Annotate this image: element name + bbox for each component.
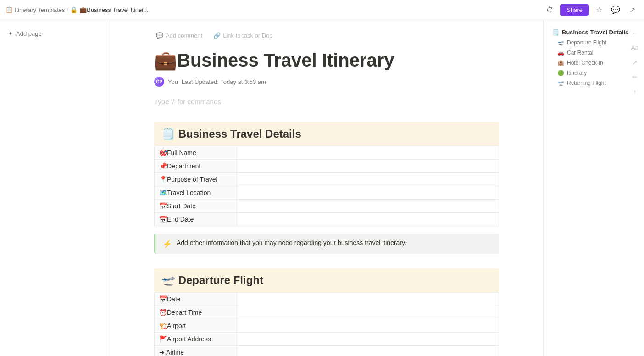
section-business-travel-details: 🗒️ Business Travel Details xyxy=(154,122,499,146)
content-area: 💬 Add comment 🔗 Link to task or Doc 💼Bus… xyxy=(110,20,543,356)
field-label: 🏗️Airport xyxy=(155,319,237,333)
outline-item-returning-flight[interactable]: 🛫 Returning Flight xyxy=(549,78,638,88)
field-label: 📅End Date xyxy=(155,213,237,226)
table-row: 📌Department xyxy=(155,160,499,173)
outline-icon: 🟢 xyxy=(557,70,564,76)
outline-icon: 🛫 xyxy=(557,80,564,86)
breadcrumb-current[interactable]: 🔒 💼Business Travel Itiner... xyxy=(70,6,148,13)
field-value[interactable] xyxy=(237,173,499,186)
author-label: You xyxy=(168,78,178,85)
field-label: 🗺️Travel Location xyxy=(155,186,237,200)
table-row: 🏗️Airport xyxy=(155,319,499,333)
link-icon: 🔗 xyxy=(213,32,221,39)
share-button[interactable]: Share xyxy=(560,4,589,16)
callout-icon: ⚡ xyxy=(163,239,172,248)
breadcrumb-lock-icon: 🔒 xyxy=(70,6,78,13)
action-bar: 💬 Add comment 🔗 Link to task or Doc xyxy=(154,31,499,40)
business-travel-table: 🎯Full Name 📌Department 📍Purpose of Trave… xyxy=(154,146,499,226)
field-value[interactable] xyxy=(237,293,499,306)
field-value[interactable] xyxy=(237,146,499,160)
add-page-icon: ＋ xyxy=(7,29,13,38)
field-label: 🚩Airport Address xyxy=(155,333,237,346)
field-value[interactable] xyxy=(237,186,499,200)
edit-btn[interactable]: ✏ xyxy=(629,72,640,83)
meta-row: CP You Last Updated: Today at 3:53 am xyxy=(154,77,499,87)
placeholder-text[interactable]: Type '/' for commands xyxy=(154,96,499,107)
topbar-actions: ⏱ Share ☆ 💬 ↗ xyxy=(544,4,638,17)
outline-item-car-rental[interactable]: 🚗 Car Rental xyxy=(549,48,638,57)
field-value[interactable] xyxy=(237,319,499,333)
section-departure-flight: 🛫 Departure Flight xyxy=(154,268,499,292)
breadcrumb-separator: / xyxy=(67,6,69,13)
font-size-btn[interactable]: Aa xyxy=(629,42,640,53)
outline-item-business-travel-details[interactable]: 🗒️ Business Travel Details xyxy=(549,28,638,37)
breadcrumb-root-icon: 📋 xyxy=(6,6,13,13)
breadcrumb: 📋 Itinerary Templates / 🔒 💼Business Trav… xyxy=(6,6,542,13)
table-row: 🎯Full Name xyxy=(155,146,499,160)
callout-block: ⚡ Add other information that you may nee… xyxy=(154,234,499,254)
outline-item-itinerary[interactable]: 🟢 Itinerary xyxy=(549,68,638,78)
right-sidebar-actions: ← Aa ↗ ✏ ↑ xyxy=(629,28,640,97)
add-page-button[interactable]: ＋ Add page xyxy=(4,28,106,39)
add-comment-button[interactable]: 💬 Add comment xyxy=(154,31,204,40)
add-comment-icon: 💬 xyxy=(156,32,163,39)
collapse-sidebar-btn[interactable]: ← xyxy=(629,28,640,39)
field-label: ⏰Depart Time xyxy=(155,306,237,319)
topbar: 📋 Itinerary Templates / 🔒 💼Business Trav… xyxy=(0,0,644,20)
page-title: 💼Business Travel Itinerary xyxy=(154,49,499,71)
link-to-task-button[interactable]: 🔗 Link to task or Doc xyxy=(211,31,274,40)
add-page-label: Add page xyxy=(16,30,42,37)
last-updated: Last Updated: Today at 3:53 am xyxy=(182,78,266,85)
main-layout: ＋ Add page 💬 Add comment 🔗 Link to task … xyxy=(0,20,644,356)
table-row: 📅End Date xyxy=(155,213,499,226)
callout-text: Add other information that you may need … xyxy=(177,239,406,246)
breadcrumb-root[interactable]: 📋 Itinerary Templates xyxy=(6,6,65,13)
departure-flight-table: 📅Date ⏰Depart Time 🏗️Airport 🚩Airport Ad… xyxy=(154,292,499,356)
field-value[interactable] xyxy=(237,213,499,226)
field-label: 📍Purpose of Travel xyxy=(155,173,237,186)
field-value[interactable] xyxy=(237,346,499,356)
field-value[interactable] xyxy=(237,306,499,319)
export-icon-btn[interactable]: ↗ xyxy=(626,4,638,17)
outline-item-departure-flight[interactable]: 🛫 Departure Flight xyxy=(549,38,638,47)
left-sidebar: ＋ Add page xyxy=(0,20,110,356)
field-label: 📌Department xyxy=(155,160,237,173)
outline-icon: 🗒️ xyxy=(552,29,559,36)
export-sidebar-btn[interactable]: ↑ xyxy=(629,86,640,97)
table-row: 🚩Airport Address xyxy=(155,333,499,346)
field-label: ➜ Airline xyxy=(155,346,237,356)
field-value[interactable] xyxy=(237,200,499,213)
field-label: 📅Date xyxy=(155,293,237,306)
right-sidebar: 🗒️ Business Travel Details 🛫 Departure F… xyxy=(543,20,644,356)
table-row: 📅Start Date xyxy=(155,200,499,213)
avatar: CP xyxy=(154,77,164,87)
timer-icon-btn[interactable]: ⏱ xyxy=(544,4,556,17)
field-label: 🎯Full Name xyxy=(155,146,237,160)
outline-icon: 🛫 xyxy=(557,39,564,46)
field-label: 📅Start Date xyxy=(155,200,237,213)
field-value[interactable] xyxy=(237,333,499,346)
share-sidebar-btn[interactable]: ↗ xyxy=(629,57,640,68)
table-row: 📅Date xyxy=(155,293,499,306)
field-value[interactable] xyxy=(237,160,499,173)
table-row: 🗺️Travel Location xyxy=(155,186,499,200)
outline-icon: 🏨 xyxy=(557,60,564,66)
comment-icon-btn[interactable]: 💬 xyxy=(609,4,622,17)
favorite-icon-btn[interactable]: ☆ xyxy=(593,4,605,17)
table-row: ⏰Depart Time xyxy=(155,306,499,319)
outline-icon: 🚗 xyxy=(557,50,564,56)
table-row: ➜ Airline xyxy=(155,346,499,356)
table-row: 📍Purpose of Travel xyxy=(155,173,499,186)
outline-item-hotel-checkin[interactable]: 🏨 Hotel Check-in xyxy=(549,58,638,67)
